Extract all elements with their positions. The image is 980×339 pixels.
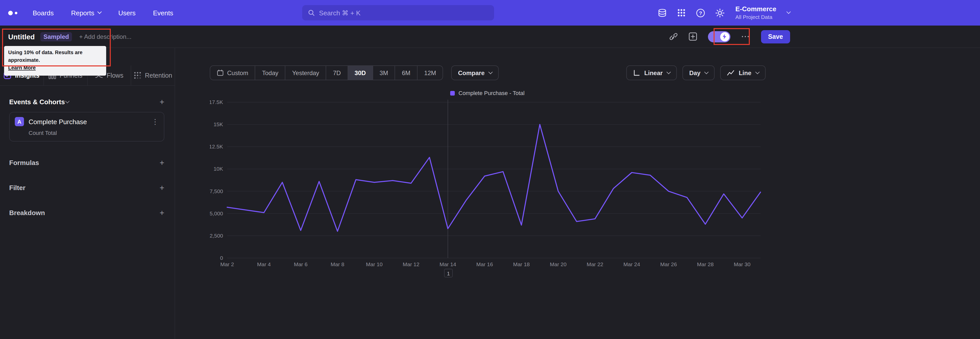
svg-text:Mar 20: Mar 20 [550, 261, 566, 267]
logo-dot-small [15, 11, 18, 14]
tab-retention-label: Retention [145, 72, 172, 79]
event-card-complete-purchase[interactable]: A Complete Purchase ⋮ Count Total [9, 112, 164, 142]
linear-axes-icon [633, 69, 640, 77]
project-name: E-Commerce [735, 5, 776, 14]
help-icon[interactable]: ? [696, 8, 705, 18]
nav-events[interactable]: Events [153, 9, 173, 17]
project-chevron-down-icon[interactable] [787, 10, 791, 14]
link-icon[interactable] [669, 32, 678, 41]
project-scope: All Project Data [735, 14, 776, 20]
save-button[interactable]: Save [761, 30, 790, 43]
granularity-label: Day [689, 69, 700, 77]
mixpanel-app: Boards Reports Users Events Search ⌘ + K [0, 0, 980, 339]
primary-nav: Boards Reports Users Events [33, 9, 173, 17]
breakdown-label: Breakdown [9, 209, 45, 217]
more-options-icon[interactable]: ⋯ [741, 34, 750, 39]
svg-text:2,500: 2,500 [210, 233, 223, 238]
search-input[interactable]: Search ⌘ + K [302, 5, 494, 21]
apps-grid-icon[interactable] [677, 8, 686, 18]
settings-gear-icon[interactable] [715, 8, 725, 18]
range-12m[interactable]: 12M [417, 66, 443, 80]
date-controls: Custom Today Yesterday 7D 30D 3M 6M 12M … [210, 66, 499, 80]
granularity-selector[interactable]: Day [682, 66, 715, 80]
add-description-field[interactable]: + Add description... [79, 33, 131, 40]
chevron-down-icon [756, 70, 760, 74]
add-event-button[interactable]: + [159, 98, 164, 106]
range-custom-label: Custom [227, 69, 248, 77]
event-badge-a: A [15, 117, 24, 126]
chevron-down-icon [667, 70, 671, 74]
svg-text:15K: 15K [213, 122, 223, 127]
add-filter-button[interactable]: + [159, 184, 164, 191]
data-connections-icon[interactable] [657, 8, 667, 18]
svg-text:Mar 2: Mar 2 [220, 261, 234, 267]
search-icon [308, 9, 315, 16]
report-title[interactable]: Untitled [8, 32, 35, 41]
mixpanel-logo-icon[interactable] [8, 10, 18, 15]
formulas-label: Formulas [9, 159, 39, 166]
nav-reports-label: Reports [71, 9, 94, 17]
chevron-down-icon [488, 70, 493, 74]
pagination-page-1[interactable]: 1 [444, 269, 453, 277]
svg-text:0: 0 [220, 255, 223, 261]
retention-icon [134, 72, 142, 79]
svg-text:Mar 14: Mar 14 [439, 261, 456, 267]
learn-more-link[interactable]: Learn More [8, 64, 36, 72]
svg-text:5,000: 5,000 [210, 211, 223, 216]
scale-label: Linear [644, 69, 663, 77]
range-30d[interactable]: 30D [347, 66, 372, 80]
svg-text:Mar 4: Mar 4 [257, 261, 271, 267]
chart-main-area: Custom Today Yesterday 7D 30D 3M 6M 12M … [175, 48, 980, 339]
range-7d[interactable]: 7D [326, 66, 348, 80]
chevron-down-icon [704, 70, 709, 74]
event-name[interactable]: Complete Purchase [29, 118, 87, 125]
event-metric-selector[interactable]: Count Total [15, 130, 159, 136]
scale-selector[interactable]: Linear [627, 66, 677, 80]
date-range-segmented: Custom Today Yesterday 7D 30D 3M 6M 12M [210, 66, 443, 80]
chart-legend[interactable]: Complete Purchase - Total [210, 90, 765, 96]
nav-reports[interactable]: Reports [71, 9, 101, 17]
legend-swatch [450, 91, 455, 95]
event-kebab-menu-icon[interactable]: ⋮ [151, 118, 159, 126]
tab-retention[interactable]: Retention [131, 66, 175, 85]
svg-text:Mar 26: Mar 26 [660, 261, 677, 267]
tab-flows-label: Flows [107, 72, 123, 79]
calendar-icon [217, 69, 224, 76]
sampling-toggle[interactable] [708, 31, 730, 42]
range-custom[interactable]: Custom [210, 66, 255, 80]
lightning-bolt-icon [722, 34, 727, 39]
range-today[interactable]: Today [255, 66, 285, 80]
filter-label: Filter [9, 184, 25, 192]
line-chart[interactable]: 02,5005,0007,50010K12.5K15K17.5KMar 2Mar… [210, 99, 765, 268]
nav-users[interactable]: Users [118, 9, 135, 17]
formulas-section: Formulas + [9, 159, 164, 166]
add-formula-button[interactable]: + [159, 159, 164, 166]
svg-text:12.5K: 12.5K [210, 144, 223, 149]
nav-boards[interactable]: Boards [33, 9, 54, 17]
sampled-badge[interactable]: Sampled [40, 32, 72, 41]
events-cohorts-header: Events & Cohorts + [9, 98, 164, 106]
range-3m[interactable]: 3M [372, 66, 395, 80]
add-breakdown-button[interactable]: + [159, 209, 164, 216]
project-selector[interactable]: E-Commerce All Project Data [735, 5, 776, 21]
range-6m[interactable]: 6M [395, 66, 417, 80]
chevron-down-icon [97, 10, 102, 14]
filter-section: Filter + [9, 184, 164, 192]
range-yesterday[interactable]: Yesterday [285, 66, 326, 80]
screenshot-stage: Boards Reports Users Events Search ⌘ + K [0, 0, 980, 339]
svg-text:Mar 28: Mar 28 [697, 261, 714, 267]
chart-style-selector[interactable]: Line [721, 66, 765, 80]
line-chart-icon [727, 69, 735, 77]
chart-controls: Custom Today Yesterday 7D 30D 3M 6M 12M … [175, 66, 980, 80]
add-to-board-icon[interactable] [689, 32, 697, 41]
compare-button[interactable]: Compare [452, 66, 499, 80]
content-area: Insights Funnels Flows [0, 48, 980, 339]
events-cohorts-chevron-icon[interactable] [65, 99, 70, 103]
chart-style-label: Line [739, 69, 751, 77]
legend-label: Complete Purchase - Total [458, 90, 525, 96]
svg-text:10K: 10K [213, 166, 223, 172]
breakdown-section: Breakdown + [9, 209, 164, 217]
svg-text:17.5K: 17.5K [210, 99, 223, 105]
svg-text:Mar 22: Mar 22 [587, 261, 603, 267]
nav-right-cluster: ? E-Commerce All Project Data [657, 5, 790, 21]
